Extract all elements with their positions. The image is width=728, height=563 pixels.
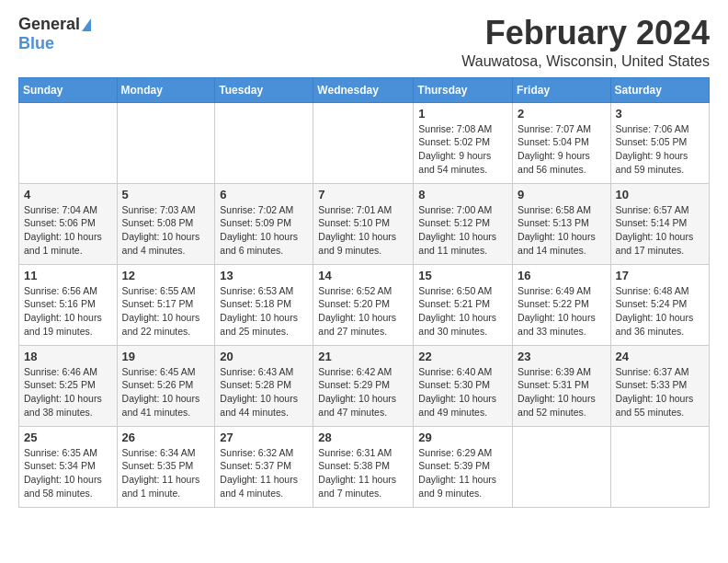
day-info: Sunrise: 6:29 AM Sunset: 5:39 PM Dayligh… <box>418 446 507 500</box>
calendar-cell <box>215 102 313 183</box>
calendar-week-row: 25Sunrise: 6:35 AM Sunset: 5:34 PM Dayli… <box>19 426 710 507</box>
calendar-cell <box>610 426 709 507</box>
calendar-cell: 3Sunrise: 7:06 AM Sunset: 5:05 PM Daylig… <box>610 102 709 183</box>
calendar-week-row: 11Sunrise: 6:56 AM Sunset: 5:16 PM Dayli… <box>19 264 710 345</box>
day-number: 19 <box>122 350 210 363</box>
logo-blue-text: Blue <box>18 34 54 52</box>
day-number: 4 <box>24 188 112 201</box>
calendar-cell: 14Sunrise: 6:52 AM Sunset: 5:20 PM Dayli… <box>313 264 414 345</box>
day-info: Sunrise: 7:03 AM Sunset: 5:08 PM Dayligh… <box>122 203 210 258</box>
calendar-cell: 7Sunrise: 7:01 AM Sunset: 5:10 PM Daylig… <box>313 183 414 264</box>
calendar-cell: 18Sunrise: 6:46 AM Sunset: 5:25 PM Dayli… <box>19 345 118 426</box>
calendar-cell: 22Sunrise: 6:40 AM Sunset: 5:30 PM Dayli… <box>414 345 513 426</box>
weekday-header-wednesday: Wednesday <box>313 77 414 102</box>
calendar-cell <box>513 426 611 507</box>
day-number: 7 <box>318 188 408 201</box>
calendar-week-row: 1Sunrise: 7:08 AM Sunset: 5:02 PM Daylig… <box>19 102 710 183</box>
day-info: Sunrise: 6:49 AM Sunset: 5:22 PM Dayligh… <box>518 284 606 339</box>
title-area: February 2024 Wauwatosa, Wisconsin, Unit… <box>461 15 710 70</box>
calendar-cell: 20Sunrise: 6:43 AM Sunset: 5:28 PM Dayli… <box>215 345 313 426</box>
weekday-header-thursday: Thursday <box>414 77 513 102</box>
logo: General Blue <box>18 15 91 53</box>
day-info: Sunrise: 6:32 AM Sunset: 5:37 PM Dayligh… <box>220 446 308 500</box>
day-info: Sunrise: 7:06 AM Sunset: 5:05 PM Dayligh… <box>616 122 704 177</box>
logo-general-text: General <box>18 15 80 34</box>
day-info: Sunrise: 6:39 AM Sunset: 5:31 PM Dayligh… <box>518 365 606 419</box>
day-number: 5 <box>122 188 210 201</box>
weekday-header-saturday: Saturday <box>610 77 709 102</box>
calendar-cell: 6Sunrise: 7:02 AM Sunset: 5:09 PM Daylig… <box>215 183 313 264</box>
weekday-header-tuesday: Tuesday <box>215 77 313 102</box>
calendar-cell: 13Sunrise: 6:53 AM Sunset: 5:18 PM Dayli… <box>215 264 313 345</box>
weekday-header-monday: Monday <box>117 77 215 102</box>
calendar-cell: 24Sunrise: 6:37 AM Sunset: 5:33 PM Dayli… <box>610 345 709 426</box>
calendar-cell: 11Sunrise: 6:56 AM Sunset: 5:16 PM Dayli… <box>19 264 118 345</box>
calendar-cell: 26Sunrise: 6:34 AM Sunset: 5:35 PM Dayli… <box>117 426 215 507</box>
day-number: 8 <box>418 188 507 201</box>
day-number: 14 <box>318 269 408 282</box>
calendar-header-row: SundayMondayTuesdayWednesdayThursdayFrid… <box>19 77 710 102</box>
weekday-header-sunday: Sunday <box>19 77 118 102</box>
calendar-cell: 5Sunrise: 7:03 AM Sunset: 5:08 PM Daylig… <box>117 183 215 264</box>
day-info: Sunrise: 7:01 AM Sunset: 5:10 PM Dayligh… <box>318 203 408 258</box>
day-info: Sunrise: 6:48 AM Sunset: 5:24 PM Dayligh… <box>616 284 704 339</box>
day-number: 1 <box>418 107 507 121</box>
day-number: 10 <box>616 188 704 201</box>
calendar-cell: 8Sunrise: 7:00 AM Sunset: 5:12 PM Daylig… <box>414 183 513 264</box>
day-info: Sunrise: 7:07 AM Sunset: 5:04 PM Dayligh… <box>518 122 606 177</box>
day-info: Sunrise: 6:50 AM Sunset: 5:21 PM Dayligh… <box>418 284 507 339</box>
day-number: 3 <box>616 107 704 121</box>
day-number: 13 <box>220 269 308 282</box>
calendar-cell <box>117 102 215 183</box>
month-year-title: February 2024 <box>461 15 710 52</box>
day-info: Sunrise: 7:00 AM Sunset: 5:12 PM Dayligh… <box>418 203 507 258</box>
calendar-cell: 1Sunrise: 7:08 AM Sunset: 5:02 PM Daylig… <box>414 102 513 183</box>
day-info: Sunrise: 6:31 AM Sunset: 5:38 PM Dayligh… <box>318 446 408 500</box>
day-number: 21 <box>318 350 408 363</box>
day-info: Sunrise: 6:43 AM Sunset: 5:28 PM Dayligh… <box>220 365 308 419</box>
day-info: Sunrise: 6:52 AM Sunset: 5:20 PM Dayligh… <box>318 284 408 339</box>
day-number: 20 <box>220 350 308 363</box>
page-header: General Blue February 2024 Wauwatosa, Wi… <box>18 15 710 70</box>
weekday-header-friday: Friday <box>513 77 611 102</box>
day-number: 18 <box>24 350 112 363</box>
day-number: 22 <box>418 350 507 363</box>
location-subtitle: Wauwatosa, Wisconsin, United States <box>461 53 710 70</box>
calendar-cell: 16Sunrise: 6:49 AM Sunset: 5:22 PM Dayli… <box>513 264 611 345</box>
day-number: 6 <box>220 188 308 201</box>
calendar-cell: 29Sunrise: 6:29 AM Sunset: 5:39 PM Dayli… <box>414 426 513 507</box>
day-info: Sunrise: 6:35 AM Sunset: 5:34 PM Dayligh… <box>24 446 112 500</box>
day-info: Sunrise: 6:56 AM Sunset: 5:16 PM Dayligh… <box>24 284 112 339</box>
day-number: 27 <box>220 431 308 444</box>
day-number: 23 <box>518 350 606 363</box>
calendar-cell: 28Sunrise: 6:31 AM Sunset: 5:38 PM Dayli… <box>313 426 414 507</box>
day-info: Sunrise: 6:42 AM Sunset: 5:29 PM Dayligh… <box>318 365 408 419</box>
calendar-cell: 9Sunrise: 6:58 AM Sunset: 5:13 PM Daylig… <box>513 183 611 264</box>
day-number: 24 <box>616 350 704 363</box>
day-info: Sunrise: 6:58 AM Sunset: 5:13 PM Dayligh… <box>518 203 606 258</box>
calendar-cell: 25Sunrise: 6:35 AM Sunset: 5:34 PM Dayli… <box>19 426 118 507</box>
day-info: Sunrise: 7:04 AM Sunset: 5:06 PM Dayligh… <box>24 203 112 258</box>
day-number: 26 <box>122 431 210 444</box>
day-number: 29 <box>418 431 507 444</box>
calendar-table: SundayMondayTuesdayWednesdayThursdayFrid… <box>18 77 710 508</box>
day-number: 17 <box>616 269 704 282</box>
day-number: 16 <box>518 269 606 282</box>
day-info: Sunrise: 7:08 AM Sunset: 5:02 PM Dayligh… <box>418 122 507 177</box>
day-info: Sunrise: 6:53 AM Sunset: 5:18 PM Dayligh… <box>220 284 308 339</box>
calendar-cell: 19Sunrise: 6:45 AM Sunset: 5:26 PM Dayli… <box>117 345 215 426</box>
day-info: Sunrise: 6:45 AM Sunset: 5:26 PM Dayligh… <box>122 365 210 419</box>
calendar-cell: 12Sunrise: 6:55 AM Sunset: 5:17 PM Dayli… <box>117 264 215 345</box>
day-info: Sunrise: 6:34 AM Sunset: 5:35 PM Dayligh… <box>122 446 210 500</box>
calendar-week-row: 18Sunrise: 6:46 AM Sunset: 5:25 PM Dayli… <box>19 345 710 426</box>
calendar-cell <box>313 102 414 183</box>
day-info: Sunrise: 6:40 AM Sunset: 5:30 PM Dayligh… <box>418 365 507 419</box>
day-number: 25 <box>24 431 112 444</box>
day-info: Sunrise: 6:55 AM Sunset: 5:17 PM Dayligh… <box>122 284 210 339</box>
day-info: Sunrise: 6:37 AM Sunset: 5:33 PM Dayligh… <box>616 365 704 419</box>
calendar-week-row: 4Sunrise: 7:04 AM Sunset: 5:06 PM Daylig… <box>19 183 710 264</box>
calendar-cell: 15Sunrise: 6:50 AM Sunset: 5:21 PM Dayli… <box>414 264 513 345</box>
calendar-cell: 10Sunrise: 6:57 AM Sunset: 5:14 PM Dayli… <box>610 183 709 264</box>
day-info: Sunrise: 6:57 AM Sunset: 5:14 PM Dayligh… <box>616 203 704 258</box>
day-number: 9 <box>518 188 606 201</box>
